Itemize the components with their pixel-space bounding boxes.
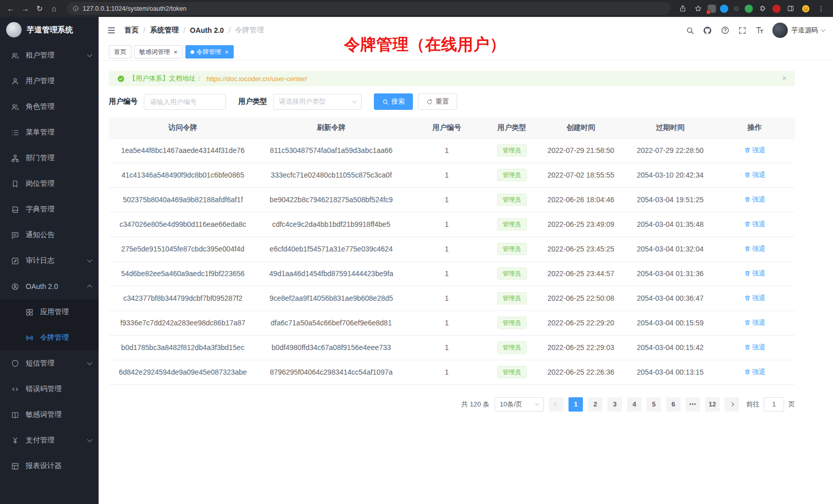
- extension-icon-5[interactable]: [772, 5, 781, 13]
- browser-menu-icon[interactable]: ⋮: [816, 3, 827, 14]
- alert-close-icon[interactable]: ×: [782, 74, 787, 83]
- sidebar-item-label: 审计日志: [26, 256, 54, 265]
- tab-home[interactable]: 首页: [109, 45, 131, 59]
- force-logout-button[interactable]: 强退: [744, 294, 766, 303]
- oauth-icon: [10, 282, 20, 291]
- page-button-3[interactable]: 3: [608, 397, 622, 412]
- breadcrumb-item[interactable]: OAuth 2.0: [190, 26, 224, 34]
- page-size-select[interactable]: 10条/页: [495, 397, 544, 412]
- extensions-puzzle-icon[interactable]: [757, 3, 768, 14]
- doc-link[interactable]: https://doc.iocoder.cn/user-center/: [206, 75, 307, 83]
- sidebar-item-sms[interactable]: 短信管理: [0, 351, 99, 376]
- table-row: 275e5de9151045fe87cbdc395e004f4de6cfd40e…: [109, 237, 795, 261]
- user-type-badge: 管理员: [497, 144, 527, 157]
- access-token-cell: 1ea5e44f8bc1467aaede43144f31de76: [109, 138, 257, 163]
- user-menu[interactable]: 芋道源码: [772, 23, 825, 38]
- next-page-button[interactable]: [725, 397, 739, 412]
- user-type-badge: 管理员: [497, 292, 527, 304]
- force-logout-button[interactable]: 强退: [744, 269, 766, 278]
- profile-avatar-icon[interactable]: [800, 3, 811, 14]
- github-icon[interactable]: [703, 26, 712, 35]
- create-time-cell: 2022-06-25 22:29:20: [536, 311, 626, 335]
- extension-icon-4[interactable]: [745, 5, 753, 13]
- sidebar-item-oauth2-token[interactable]: 令牌管理: [0, 325, 99, 351]
- force-logout-button[interactable]: 强退: [744, 146, 766, 155]
- reset-button[interactable]: 重置: [418, 93, 457, 110]
- force-logout-button[interactable]: 强退: [744, 367, 766, 377]
- sidebar-item-label: 错误码管理: [26, 384, 62, 394]
- page-button-2[interactable]: 2: [588, 397, 602, 412]
- sidebar-item-audit-log[interactable]: 审计日志: [0, 248, 99, 274]
- content: 【用户体系】文档地址： https://doc.iocoder.cn/user-…: [99, 61, 833, 504]
- force-logout-button[interactable]: 强退: [744, 195, 766, 204]
- sidebar-item-pay[interactable]: 支付管理: [0, 428, 99, 453]
- sidebar-item-label: 租户管理: [26, 51, 54, 60]
- breadcrumb-item[interactable]: 系统管理: [150, 26, 179, 35]
- help-icon[interactable]: [721, 26, 730, 35]
- user-type-select[interactable]: 请选择用户类型: [273, 94, 362, 110]
- page-button-12[interactable]: 12: [705, 397, 720, 412]
- page-button-6[interactable]: 6: [666, 397, 680, 412]
- force-logout-button[interactable]: 强退: [744, 220, 766, 229]
- extension-icon-3[interactable]: [732, 5, 741, 13]
- sidebar-item-role[interactable]: 角色管理: [0, 94, 99, 120]
- prev-page-button[interactable]: [549, 397, 563, 412]
- force-logout-button[interactable]: 强退: [744, 343, 766, 352]
- breadcrumb-item[interactable]: 首页: [124, 26, 139, 35]
- force-logout-button[interactable]: 强退: [744, 318, 766, 327]
- home-icon[interactable]: ⌂: [47, 2, 61, 15]
- close-icon[interactable]: ×: [225, 49, 229, 55]
- extension-badge: [706, 10, 711, 14]
- sidebar-item-dict[interactable]: 字典管理: [0, 197, 99, 222]
- sidebar-item-user[interactable]: 用户管理: [0, 68, 99, 94]
- sidebar-item-tenant[interactable]: 租户管理: [0, 43, 99, 68]
- breadcrumb-item: 令牌管理: [235, 26, 264, 35]
- bookmark-star-icon[interactable]: [692, 3, 704, 14]
- tab-token[interactable]: 令牌管理×: [185, 45, 234, 59]
- sidebar-item-oauth2[interactable]: OAuth 2.0: [0, 274, 99, 299]
- close-icon[interactable]: ×: [174, 49, 178, 55]
- fullscreen-icon[interactable]: [738, 26, 747, 35]
- search-icon[interactable]: [686, 26, 694, 35]
- trash-icon: [744, 147, 751, 153]
- goto-label: 前往: [746, 400, 760, 409]
- more-pages-button[interactable]: •••: [686, 397, 700, 412]
- shield-icon: [10, 359, 20, 368]
- sidebar-item-menu[interactable]: 菜单管理: [0, 120, 99, 145]
- topbar-actions: 芋道源码: [686, 23, 825, 38]
- page-button-1[interactable]: 1: [569, 397, 583, 412]
- sidebar-item-dept[interactable]: 部门管理: [0, 145, 99, 171]
- trash-icon: [744, 221, 751, 227]
- search-button[interactable]: 搜索: [374, 93, 413, 110]
- refresh-token-cell: b0df4980ffd34c67a08f9156e4eee733: [257, 335, 406, 360]
- back-icon[interactable]: ←: [4, 2, 17, 15]
- address-bar[interactable]: 127.0.0.1:1024/system/oauth2/token: [67, 2, 671, 15]
- share-icon[interactable]: [677, 3, 688, 14]
- expire-time-cell: 2054-03-04 01:35:48: [626, 212, 714, 237]
- extension-icon-2[interactable]: [720, 5, 728, 13]
- sidebar-item-report-designer[interactable]: 报表设计器: [0, 453, 99, 479]
- active-tab-dot: [191, 50, 194, 54]
- sidebar-item-error-code[interactable]: 错误码管理: [0, 376, 99, 402]
- page-button-4[interactable]: 4: [627, 397, 641, 412]
- sidebar-item-label: 字典管理: [26, 205, 54, 214]
- split-view-icon[interactable]: [785, 3, 796, 14]
- force-logout-button[interactable]: 强退: [744, 244, 766, 254]
- sidebar-item-sensitive-word[interactable]: 敏感词管理: [0, 402, 99, 428]
- tab-sensitive-word[interactable]: 敏感词管理×: [134, 45, 183, 59]
- reload-icon[interactable]: ↻: [33, 2, 46, 15]
- forward-icon[interactable]: →: [18, 2, 32, 15]
- user-type-badge: 管理员: [497, 317, 527, 329]
- user-id-input[interactable]: [144, 94, 226, 110]
- page-button-5[interactable]: 5: [647, 397, 661, 412]
- font-size-icon[interactable]: [755, 26, 764, 35]
- sidebar-item-oauth2-app[interactable]: 应用管理: [0, 299, 99, 325]
- site-info-icon[interactable]: [72, 5, 79, 12]
- extension-icon-1[interactable]: [708, 5, 716, 13]
- force-logout-button[interactable]: 强退: [744, 170, 766, 180]
- users-icon: [10, 51, 20, 60]
- sidebar-collapse-icon[interactable]: [107, 26, 116, 35]
- goto-page-input[interactable]: [764, 397, 784, 412]
- sidebar-item-post[interactable]: 岗位管理: [0, 171, 99, 197]
- sidebar-item-notice[interactable]: 通知公告: [0, 222, 99, 248]
